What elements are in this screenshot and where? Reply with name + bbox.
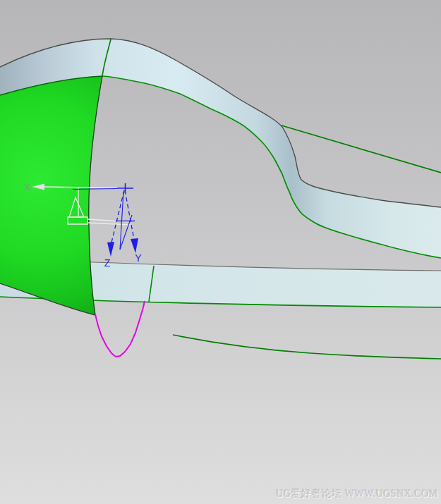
cad-viewport[interactable]: X Z Y UG爱好者论坛 WWW.UGSNX.COM xyxy=(0,0,441,504)
sphere-face[interactable] xyxy=(0,76,102,315)
y-axis-label[interactable]: Y xyxy=(135,252,142,264)
model-canvas[interactable]: X Z Y xyxy=(0,0,441,504)
x-axis-label[interactable]: X xyxy=(25,182,31,192)
z-axis-label[interactable]: Z xyxy=(104,257,111,269)
sphere-face-group[interactable] xyxy=(0,76,102,315)
watermark: UG爱好者论坛 WWW.UGSNX.COM xyxy=(276,488,438,500)
